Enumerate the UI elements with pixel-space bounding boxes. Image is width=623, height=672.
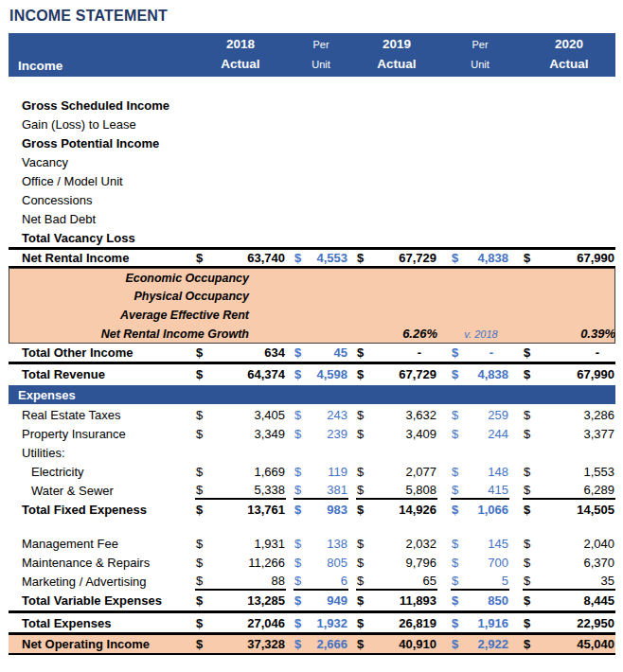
amount: 88 <box>272 574 285 588</box>
dollar-sign: $ <box>294 593 301 608</box>
row-label: Total Fixed Expeness <box>9 503 195 517</box>
amount: 239 <box>327 427 347 441</box>
row-marketing-advertising: Marketing / Advertising$88$6$65$5$35 <box>9 572 615 591</box>
amount: 850 <box>488 593 508 608</box>
row-label: Management Fee <box>9 537 195 551</box>
money-cell: $239 <box>294 424 348 443</box>
dollar-sign: $ <box>196 637 203 651</box>
dollar-sign: $ <box>357 537 364 551</box>
dollar-sign: $ <box>196 367 203 381</box>
header-col-per-unit-2019: Per Unit <box>451 33 509 77</box>
dollar-sign: $ <box>357 503 364 517</box>
amount: 5,808 <box>405 483 436 497</box>
dollar-sign: $ <box>524 537 530 551</box>
income-statement: Income 2018 Actual Per Unit 2019 Actual … <box>9 33 615 655</box>
money-cell: $1,916 <box>451 613 509 632</box>
amount: 634 <box>264 345 285 360</box>
money-cell: $37,328 <box>195 635 286 653</box>
row-label: Maintenance & Repairs <box>9 556 195 570</box>
amount: 8,445 <box>583 593 614 608</box>
amount: 37,328 <box>247 637 285 651</box>
amount: 3,377 <box>583 427 614 441</box>
dollar-sign: $ <box>357 637 364 651</box>
row-average-effective-rent: Average Effective Rent <box>9 306 615 325</box>
row-label: Net Bad Debt <box>9 212 195 226</box>
header-col-per-unit-2018: Per Unit <box>294 33 348 77</box>
amount: 119 <box>328 465 347 479</box>
dollar-sign: $ <box>452 537 458 551</box>
money-cell: $22,950 <box>523 613 615 632</box>
dollar-sign: $ <box>452 483 458 497</box>
row-total-variable-expenses: Total Variable Expenses$13,285$949$11,89… <box>9 591 615 610</box>
page-title: INCOME STATEMENT <box>9 8 623 25</box>
amount: 45 <box>334 345 347 360</box>
note-value: 6.26% <box>357 327 438 341</box>
money-cell: $244 <box>451 424 509 443</box>
amount: 1,066 <box>477 503 508 517</box>
money-cell: $67,990 <box>523 364 615 383</box>
money-cell: $983 <box>294 500 348 519</box>
dollar-sign: $ <box>357 367 364 381</box>
amount: 805 <box>327 556 347 570</box>
money-cell: $2,040 <box>523 534 615 553</box>
row-total-expenses: Total Expenses$27,046$1,932$26,819$1,916… <box>9 610 615 635</box>
amount: 1,931 <box>254 537 285 551</box>
money-cell: $1,066 <box>451 500 509 519</box>
money-cell: $634 <box>195 344 286 362</box>
row-net-operating-income: Net Operating Income$37,328$2,666$40,910… <box>9 635 615 655</box>
money-cell: $5,808 <box>356 481 437 500</box>
amount: 381 <box>327 483 347 497</box>
spacer-top <box>9 77 615 96</box>
dollar-sign: $ <box>294 616 301 630</box>
amount: 3,409 <box>405 427 436 441</box>
dollar-sign: $ <box>357 616 364 630</box>
row-label: Electricity <box>9 465 195 479</box>
amount: 67,990 <box>577 367 614 381</box>
dollar-sign: $ <box>452 427 458 441</box>
row-net-rental-income-growth: Net Rental Income Growth6.26%v. 20180.39… <box>9 325 615 344</box>
dollar-sign: $ <box>196 345 203 360</box>
amount: - <box>490 345 508 360</box>
money-cell: $11,893 <box>356 591 437 610</box>
money-cell: $63,740 <box>195 250 286 266</box>
amount: 3,405 <box>254 408 285 422</box>
money-cell: $4,838 <box>451 250 509 266</box>
money-cell: $3,632 <box>356 405 437 424</box>
money-cell: $700 <box>451 553 509 572</box>
dollar-sign: $ <box>357 427 364 441</box>
dollar-sign: $ <box>524 251 530 265</box>
amount: 63,740 <box>247 251 285 265</box>
dollar-sign: $ <box>294 251 301 265</box>
amount: 2,922 <box>477 637 508 651</box>
amount: 1,916 <box>477 616 508 630</box>
dollar-sign: $ <box>196 556 203 570</box>
dollar-sign: $ <box>196 503 203 517</box>
header-col-2020-actual: 2020 Actual <box>523 33 615 77</box>
money-cell: $2,032 <box>356 534 437 553</box>
dollar-sign: $ <box>294 537 301 551</box>
amount: 4,838 <box>477 251 508 265</box>
dollar-sign: $ <box>452 593 458 608</box>
dollar-sign: $ <box>452 465 458 479</box>
row-electricity: Electricity$1,669$119$2,077$148$1,553 <box>9 462 615 481</box>
money-cell: $1,931 <box>195 534 286 553</box>
row-label: Real Estate Taxes <box>9 408 195 422</box>
row-label: Net Operating Income <box>9 637 195 651</box>
amount: 11,893 <box>400 593 436 608</box>
money-cell: $2,077 <box>356 462 437 481</box>
money-cell: $119 <box>294 462 348 481</box>
dollar-sign: $ <box>524 345 530 360</box>
dollar-sign: $ <box>357 251 364 265</box>
row-economic-occupancy: Economic Occupancy <box>9 268 615 287</box>
amount: 22,950 <box>577 616 614 630</box>
money-cell: $45,040 <box>523 635 615 653</box>
money-cell: $1,553 <box>523 462 615 481</box>
amount: 67,729 <box>399 367 436 381</box>
money-cell: $259 <box>451 405 509 424</box>
row-label: Physical Occupancy <box>9 290 287 303</box>
amount: 3,286 <box>583 408 614 422</box>
money-cell: $- <box>523 344 615 362</box>
dollar-sign: $ <box>294 483 301 497</box>
spacer-mid <box>9 519 615 534</box>
money-cell: $- <box>356 344 437 362</box>
